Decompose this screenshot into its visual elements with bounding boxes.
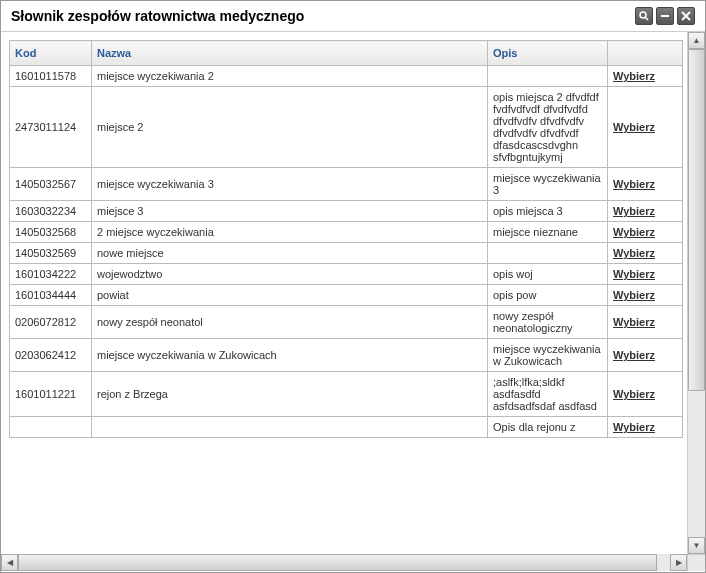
scroll-right-button[interactable]: ▶: [670, 554, 687, 571]
table-row: 1601011578miejsce wyczekiwania 2Wybierz: [10, 66, 683, 87]
window-titlebar: Słownik zespołów ratownictwa medycznego: [1, 1, 705, 32]
cell-opis: ;aslfk;lfka;sldkf asdfasdfd asfdsadfsdaf…: [488, 372, 608, 417]
cell-action: Wybierz: [608, 339, 683, 372]
select-link[interactable]: Wybierz: [613, 247, 655, 259]
vertical-scroll-thumb[interactable]: [688, 49, 705, 391]
table-body: 1601011578miejsce wyczekiwania 2Wybierz2…: [10, 66, 683, 438]
cell-kod: 1601011221: [10, 372, 92, 417]
cell-opis: miejsce nieznane: [488, 222, 608, 243]
cell-kod: 0203062412: [10, 339, 92, 372]
table-row: 2473011124miejsce 2opis miejsca 2 dfvdfd…: [10, 87, 683, 168]
cell-opis: opis woj: [488, 264, 608, 285]
select-link[interactable]: Wybierz: [613, 268, 655, 280]
scroll-left-button[interactable]: ◀: [1, 554, 18, 571]
cell-action: Wybierz: [608, 285, 683, 306]
table-row: 1601034444powiatopis powWybierz: [10, 285, 683, 306]
table-row: 0203062412miejsce wyczekiwania w Zukowic…: [10, 339, 683, 372]
window-controls: [635, 7, 695, 25]
cell-nazwa: nowe miejsce: [92, 243, 488, 264]
table-row: 1405032567miejsce wyczekiwania 3miejsce …: [10, 168, 683, 201]
cell-kod: 0206072812: [10, 306, 92, 339]
cell-action: Wybierz: [608, 306, 683, 339]
data-table: Kod Nazwa Opis 1601011578miejsce wyczeki…: [9, 40, 683, 438]
cell-action: Wybierz: [608, 201, 683, 222]
cell-action: Wybierz: [608, 222, 683, 243]
cell-action: Wybierz: [608, 243, 683, 264]
cell-action: Wybierz: [608, 168, 683, 201]
scroll-down-button[interactable]: ▼: [688, 537, 705, 554]
table-row: 1601034222wojewodztwoopis wojWybierz: [10, 264, 683, 285]
cell-action: Wybierz: [608, 417, 683, 438]
table-row: 1603032234miejsce 3opis miejsca 3Wybierz: [10, 201, 683, 222]
restore-button[interactable]: [635, 7, 653, 25]
col-header-opis[interactable]: Opis: [488, 41, 608, 66]
table-row: 0206072812nowy zespół neonatolnowy zespó…: [10, 306, 683, 339]
close-button[interactable]: [677, 7, 695, 25]
cell-opis: Opis dla rejonu z: [488, 417, 608, 438]
vertical-scroll-track[interactable]: [688, 49, 705, 537]
select-link[interactable]: Wybierz: [613, 289, 655, 301]
cell-kod: 1601011578: [10, 66, 92, 87]
horizontal-scroll-track[interactable]: [18, 554, 670, 571]
cell-nazwa: rejon z Brzega: [92, 372, 488, 417]
cell-nazwa: miejsce 2: [92, 87, 488, 168]
cell-kod: 1405032569: [10, 243, 92, 264]
table-row: 14050325682 miejsce wyczekiwaniamiejsce …: [10, 222, 683, 243]
table-row: 1601011221rejon z Brzega;aslfk;lfka;sldk…: [10, 372, 683, 417]
cell-action: Wybierz: [608, 264, 683, 285]
window-title: Słownik zespołów ratownictwa medycznego: [11, 8, 304, 24]
svg-line-1: [645, 17, 648, 20]
cell-opis: nowy zespół neonatologiczny: [488, 306, 608, 339]
col-header-nazwa[interactable]: Nazwa: [92, 41, 488, 66]
cell-kod: [10, 417, 92, 438]
cell-nazwa: miejsce wyczekiwania 3: [92, 168, 488, 201]
window-body: Kod Nazwa Opis 1601011578miejsce wyczeki…: [1, 32, 705, 571]
cell-kod: 1405032567: [10, 168, 92, 201]
select-link[interactable]: Wybierz: [613, 349, 655, 361]
cell-kod: 1601034444: [10, 285, 92, 306]
table-header-row: Kod Nazwa Opis: [10, 41, 683, 66]
cell-kod: 1405032568: [10, 222, 92, 243]
cell-action: Wybierz: [608, 372, 683, 417]
svg-rect-2: [661, 15, 669, 17]
cell-nazwa: 2 miejsce wyczekiwania: [92, 222, 488, 243]
select-link[interactable]: Wybierz: [613, 388, 655, 400]
horizontal-scrollbar[interactable]: ◀ ▶: [1, 554, 687, 571]
select-link[interactable]: Wybierz: [613, 421, 655, 433]
cell-nazwa: powiat: [92, 285, 488, 306]
col-header-kod[interactable]: Kod: [10, 41, 92, 66]
cell-action: Wybierz: [608, 66, 683, 87]
cell-opis: opis miejsca 3: [488, 201, 608, 222]
cell-nazwa: nowy zespół neonatol: [92, 306, 488, 339]
horizontal-scroll-thumb[interactable]: [18, 554, 657, 571]
scrollbar-corner: [687, 554, 705, 571]
cell-kod: 1601034222: [10, 264, 92, 285]
scroll-up-button[interactable]: ▲: [688, 32, 705, 49]
cell-nazwa: miejsce wyczekiwania w Zukowicach: [92, 339, 488, 372]
select-link[interactable]: Wybierz: [613, 205, 655, 217]
cell-nazwa: miejsce wyczekiwania 2: [92, 66, 488, 87]
cell-action: Wybierz: [608, 87, 683, 168]
cell-nazwa: [92, 417, 488, 438]
cell-kod: 2473011124: [10, 87, 92, 168]
cell-opis: opis miejsca 2 dfvdfdf fvdfvdfvdf dfvdfv…: [488, 87, 608, 168]
cell-opis: [488, 66, 608, 87]
col-header-action: [608, 41, 683, 66]
cell-opis: opis pow: [488, 285, 608, 306]
select-link[interactable]: Wybierz: [613, 178, 655, 190]
vertical-scrollbar[interactable]: ▲ ▼: [687, 32, 705, 554]
cell-nazwa: wojewodztwo: [92, 264, 488, 285]
table-row: 1405032569nowe miejsceWybierz: [10, 243, 683, 264]
cell-opis: [488, 243, 608, 264]
select-link[interactable]: Wybierz: [613, 70, 655, 82]
select-link[interactable]: Wybierz: [613, 121, 655, 133]
cell-kod: 1603032234: [10, 201, 92, 222]
select-link[interactable]: Wybierz: [613, 316, 655, 328]
cell-opis: miejsce wyczekiwania 3: [488, 168, 608, 201]
cell-nazwa: miejsce 3: [92, 201, 488, 222]
select-link[interactable]: Wybierz: [613, 226, 655, 238]
cell-opis: miejsce wyczekiwania w Zukowicach: [488, 339, 608, 372]
table-row: Opis dla rejonu zWybierz: [10, 417, 683, 438]
minimize-button[interactable]: [656, 7, 674, 25]
